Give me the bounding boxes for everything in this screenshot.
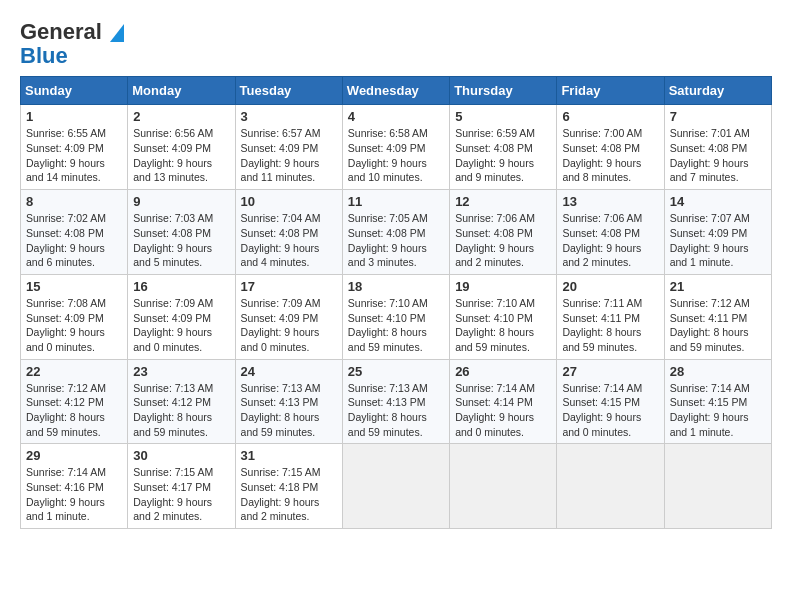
weekday-header-wednesday: Wednesday <box>342 77 449 105</box>
day-info: Sunrise: 7:06 AM Sunset: 4:08 PM Dayligh… <box>562 211 658 270</box>
day-info: Sunrise: 7:13 AM Sunset: 4:13 PM Dayligh… <box>348 381 444 440</box>
week-row-3: 15 Sunrise: 7:08 AM Sunset: 4:09 PM Dayl… <box>21 274 772 359</box>
calendar-cell: 4 Sunrise: 6:58 AM Sunset: 4:09 PM Dayli… <box>342 105 449 190</box>
day-info: Sunrise: 7:08 AM Sunset: 4:09 PM Dayligh… <box>26 296 122 355</box>
calendar-cell <box>664 444 771 529</box>
day-number: 23 <box>133 364 229 379</box>
calendar-cell: 31 Sunrise: 7:15 AM Sunset: 4:18 PM Dayl… <box>235 444 342 529</box>
day-info: Sunrise: 6:55 AM Sunset: 4:09 PM Dayligh… <box>26 126 122 185</box>
day-number: 22 <box>26 364 122 379</box>
week-row-1: 1 Sunrise: 6:55 AM Sunset: 4:09 PM Dayli… <box>21 105 772 190</box>
day-info: Sunrise: 7:00 AM Sunset: 4:08 PM Dayligh… <box>562 126 658 185</box>
day-number: 31 <box>241 448 337 463</box>
day-number: 12 <box>455 194 551 209</box>
weekday-header-monday: Monday <box>128 77 235 105</box>
calendar-cell: 7 Sunrise: 7:01 AM Sunset: 4:08 PM Dayli… <box>664 105 771 190</box>
calendar-cell: 28 Sunrise: 7:14 AM Sunset: 4:15 PM Dayl… <box>664 359 771 444</box>
day-number: 29 <box>26 448 122 463</box>
calendar-cell: 27 Sunrise: 7:14 AM Sunset: 4:15 PM Dayl… <box>557 359 664 444</box>
calendar-cell: 23 Sunrise: 7:13 AM Sunset: 4:12 PM Dayl… <box>128 359 235 444</box>
calendar-cell: 20 Sunrise: 7:11 AM Sunset: 4:11 PM Dayl… <box>557 274 664 359</box>
weekday-header-row: SundayMondayTuesdayWednesdayThursdayFrid… <box>21 77 772 105</box>
day-number: 25 <box>348 364 444 379</box>
calendar-cell <box>557 444 664 529</box>
day-info: Sunrise: 7:10 AM Sunset: 4:10 PM Dayligh… <box>348 296 444 355</box>
day-info: Sunrise: 7:01 AM Sunset: 4:08 PM Dayligh… <box>670 126 766 185</box>
calendar-cell: 14 Sunrise: 7:07 AM Sunset: 4:09 PM Dayl… <box>664 190 771 275</box>
calendar-cell: 11 Sunrise: 7:05 AM Sunset: 4:08 PM Dayl… <box>342 190 449 275</box>
day-info: Sunrise: 6:56 AM Sunset: 4:09 PM Dayligh… <box>133 126 229 185</box>
calendar-cell: 12 Sunrise: 7:06 AM Sunset: 4:08 PM Dayl… <box>450 190 557 275</box>
calendar-cell: 29 Sunrise: 7:14 AM Sunset: 4:16 PM Dayl… <box>21 444 128 529</box>
calendar-cell: 5 Sunrise: 6:59 AM Sunset: 4:08 PM Dayli… <box>450 105 557 190</box>
calendar-body: 1 Sunrise: 6:55 AM Sunset: 4:09 PM Dayli… <box>21 105 772 529</box>
day-number: 4 <box>348 109 444 124</box>
day-info: Sunrise: 7:15 AM Sunset: 4:17 PM Dayligh… <box>133 465 229 524</box>
day-info: Sunrise: 7:06 AM Sunset: 4:08 PM Dayligh… <box>455 211 551 270</box>
day-number: 11 <box>348 194 444 209</box>
day-info: Sunrise: 6:57 AM Sunset: 4:09 PM Dayligh… <box>241 126 337 185</box>
calendar-cell: 6 Sunrise: 7:00 AM Sunset: 4:08 PM Dayli… <box>557 105 664 190</box>
day-info: Sunrise: 7:07 AM Sunset: 4:09 PM Dayligh… <box>670 211 766 270</box>
day-number: 13 <box>562 194 658 209</box>
day-number: 3 <box>241 109 337 124</box>
weekday-header-friday: Friday <box>557 77 664 105</box>
day-number: 8 <box>26 194 122 209</box>
day-info: Sunrise: 7:12 AM Sunset: 4:12 PM Dayligh… <box>26 381 122 440</box>
day-info: Sunrise: 7:14 AM Sunset: 4:16 PM Dayligh… <box>26 465 122 524</box>
calendar-cell: 25 Sunrise: 7:13 AM Sunset: 4:13 PM Dayl… <box>342 359 449 444</box>
day-number: 19 <box>455 279 551 294</box>
day-number: 9 <box>133 194 229 209</box>
day-number: 15 <box>26 279 122 294</box>
day-number: 27 <box>562 364 658 379</box>
day-number: 5 <box>455 109 551 124</box>
logo-text: General <box>20 20 124 44</box>
day-number: 21 <box>670 279 766 294</box>
day-number: 6 <box>562 109 658 124</box>
day-number: 1 <box>26 109 122 124</box>
calendar-cell: 3 Sunrise: 6:57 AM Sunset: 4:09 PM Dayli… <box>235 105 342 190</box>
day-number: 20 <box>562 279 658 294</box>
calendar-cell: 21 Sunrise: 7:12 AM Sunset: 4:11 PM Dayl… <box>664 274 771 359</box>
day-info: Sunrise: 7:13 AM Sunset: 4:12 PM Dayligh… <box>133 381 229 440</box>
calendar-cell: 10 Sunrise: 7:04 AM Sunset: 4:08 PM Dayl… <box>235 190 342 275</box>
weekday-header-sunday: Sunday <box>21 77 128 105</box>
day-number: 30 <box>133 448 229 463</box>
calendar-cell: 8 Sunrise: 7:02 AM Sunset: 4:08 PM Dayli… <box>21 190 128 275</box>
day-number: 7 <box>670 109 766 124</box>
day-info: Sunrise: 7:02 AM Sunset: 4:08 PM Dayligh… <box>26 211 122 270</box>
weekday-header-tuesday: Tuesday <box>235 77 342 105</box>
week-row-2: 8 Sunrise: 7:02 AM Sunset: 4:08 PM Dayli… <box>21 190 772 275</box>
logo: General Blue <box>20 20 124 68</box>
day-info: Sunrise: 6:58 AM Sunset: 4:09 PM Dayligh… <box>348 126 444 185</box>
calendar-cell: 30 Sunrise: 7:15 AM Sunset: 4:17 PM Dayl… <box>128 444 235 529</box>
calendar-cell: 15 Sunrise: 7:08 AM Sunset: 4:09 PM Dayl… <box>21 274 128 359</box>
day-info: Sunrise: 6:59 AM Sunset: 4:08 PM Dayligh… <box>455 126 551 185</box>
day-info: Sunrise: 7:10 AM Sunset: 4:10 PM Dayligh… <box>455 296 551 355</box>
calendar-cell: 17 Sunrise: 7:09 AM Sunset: 4:09 PM Dayl… <box>235 274 342 359</box>
calendar-cell <box>450 444 557 529</box>
calendar-cell: 2 Sunrise: 6:56 AM Sunset: 4:09 PM Dayli… <box>128 105 235 190</box>
logo-text-blue: Blue <box>20 44 68 68</box>
day-number: 18 <box>348 279 444 294</box>
day-info: Sunrise: 7:15 AM Sunset: 4:18 PM Dayligh… <box>241 465 337 524</box>
calendar-cell: 18 Sunrise: 7:10 AM Sunset: 4:10 PM Dayl… <box>342 274 449 359</box>
calendar: SundayMondayTuesdayWednesdayThursdayFrid… <box>20 76 772 529</box>
day-number: 24 <box>241 364 337 379</box>
day-number: 17 <box>241 279 337 294</box>
weekday-header-saturday: Saturday <box>664 77 771 105</box>
day-info: Sunrise: 7:14 AM Sunset: 4:15 PM Dayligh… <box>562 381 658 440</box>
calendar-cell: 26 Sunrise: 7:14 AM Sunset: 4:14 PM Dayl… <box>450 359 557 444</box>
day-number: 2 <box>133 109 229 124</box>
calendar-cell: 19 Sunrise: 7:10 AM Sunset: 4:10 PM Dayl… <box>450 274 557 359</box>
week-row-5: 29 Sunrise: 7:14 AM Sunset: 4:16 PM Dayl… <box>21 444 772 529</box>
day-number: 26 <box>455 364 551 379</box>
calendar-cell: 24 Sunrise: 7:13 AM Sunset: 4:13 PM Dayl… <box>235 359 342 444</box>
day-info: Sunrise: 7:05 AM Sunset: 4:08 PM Dayligh… <box>348 211 444 270</box>
header: General Blue <box>20 20 772 68</box>
day-info: Sunrise: 7:13 AM Sunset: 4:13 PM Dayligh… <box>241 381 337 440</box>
day-info: Sunrise: 7:14 AM Sunset: 4:15 PM Dayligh… <box>670 381 766 440</box>
calendar-cell: 22 Sunrise: 7:12 AM Sunset: 4:12 PM Dayl… <box>21 359 128 444</box>
day-info: Sunrise: 7:09 AM Sunset: 4:09 PM Dayligh… <box>133 296 229 355</box>
day-number: 16 <box>133 279 229 294</box>
